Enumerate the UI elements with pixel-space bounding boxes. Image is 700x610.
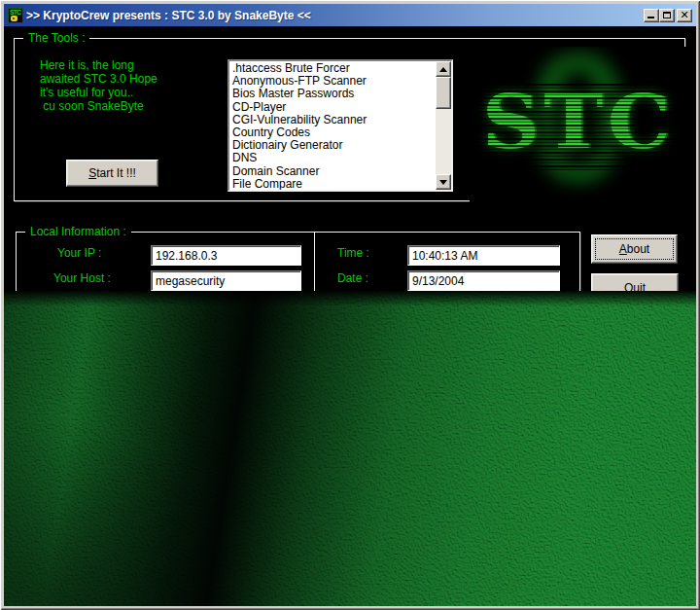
minimize-button[interactable]	[644, 9, 659, 22]
date-label: Date :	[337, 271, 368, 285]
list-item[interactable]: Bios Master Passwords	[232, 88, 436, 100]
list-item[interactable]: Domain Scanner	[232, 165, 436, 178]
maximize-icon	[663, 12, 671, 18]
application-window: STC >> KryptoCrew presents : STC 3.0 by …	[0, 0, 700, 610]
listbox-scrollbar[interactable]	[436, 61, 451, 190]
ip-field[interactable]	[151, 245, 301, 266]
close-icon: ✕	[680, 11, 688, 20]
about-button[interactable]: About	[591, 234, 678, 264]
scroll-down-icon	[439, 180, 447, 185]
tools-frame: The Tools : Here it is, the long awaited…	[14, 38, 685, 201]
start-button[interactable]: Start It !!!	[66, 160, 158, 187]
scroll-up-icon	[439, 67, 447, 72]
maximize-button[interactable]	[659, 9, 675, 22]
close-button[interactable]: ✕	[677, 9, 692, 22]
tools-list: .htaccess Brute Forcer Anonymous-FTP Sca…	[229, 61, 436, 190]
caption-buttons: ✕	[644, 9, 692, 22]
scrollbar-thumb[interactable]	[436, 77, 451, 109]
minimize-icon	[648, 17, 654, 18]
date-field[interactable]	[407, 270, 560, 291]
stc-logo-scanlines	[470, 82, 687, 171]
intro-line: it's useful for you..	[40, 86, 158, 99]
ip-label: Your IP :	[57, 246, 101, 260]
local-information-frame: Local Information : Your IP : Your Host …	[16, 232, 580, 298]
list-item[interactable]: CD-Player	[232, 101, 436, 114]
scrollbar-track[interactable]	[436, 109, 451, 174]
lock-icon	[11, 16, 18, 21]
intro-line: cu soon SnakeByte	[40, 99, 158, 113]
tools-listbox[interactable]: .htaccess Brute Forcer Anonymous-FTP Sca…	[228, 59, 453, 192]
app-icon-text: STC	[10, 9, 20, 16]
list-item[interactable]: DNS	[232, 152, 436, 164]
host-label: Your Host :	[53, 271, 111, 285]
window-title: >> KryptoCrew presents : STC 3.0 by Snak…	[26, 9, 644, 22]
app-icon: STC	[8, 8, 23, 23]
intro-line: awaited STC 3.0 Hope	[40, 72, 158, 86]
list-item[interactable]: Dictionairy Generator	[232, 139, 436, 152]
list-item[interactable]: File Compare	[232, 178, 436, 190]
scroll-down-button[interactable]	[436, 174, 451, 190]
scroll-up-button[interactable]	[436, 61, 451, 77]
intro-line: Here it is, the long	[40, 58, 158, 72]
time-label: Time :	[337, 246, 369, 260]
texture-shadow-overlay	[4, 291, 696, 606]
intro-message: Here it is, the long awaited STC 3.0 Hop…	[40, 58, 158, 113]
local-information-label: Local Information :	[25, 225, 131, 238]
texture-background	[4, 291, 696, 606]
time-field[interactable]	[407, 245, 560, 266]
stc-logo: 0 STC	[470, 47, 687, 202]
window-client-area: STC >> KryptoCrew presents : STC 3.0 by …	[4, 4, 696, 606]
frame-divider	[314, 233, 315, 297]
tools-frame-label: The Tools :	[23, 31, 89, 45]
host-field[interactable]	[151, 270, 301, 291]
title-bar[interactable]: STC >> KryptoCrew presents : STC 3.0 by …	[4, 4, 696, 26]
